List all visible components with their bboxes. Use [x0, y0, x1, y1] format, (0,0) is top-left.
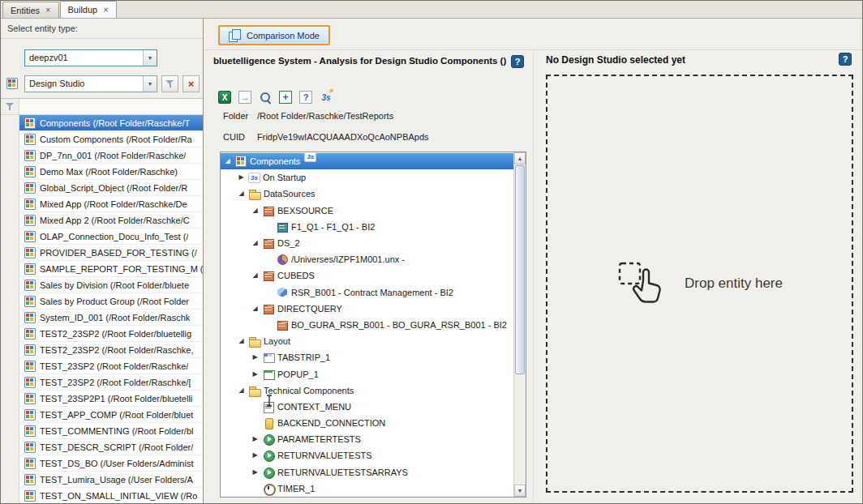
- chevron-down-icon[interactable]: ▼: [143, 50, 157, 66]
- zoom-icon: [259, 91, 272, 104]
- help-button-dropzone[interactable]: ?: [839, 53, 852, 66]
- entity-list-item[interactable]: Demo Max (/Root Folder/Raschke): [1, 164, 203, 180]
- tree-row[interactable]: CONTEXT_MENU: [221, 399, 513, 415]
- entity-label: TEST2_23SP2 (/Root Folder/bluetellig: [40, 329, 191, 339]
- expand-arrow-icon[interactable]: ◢: [251, 272, 260, 279]
- entity-cell: Global_Script_Object (/Root Folder/R: [19, 180, 203, 195]
- tree-label: RSR_B001 - Contract Management - BI2: [291, 288, 453, 297]
- entity-list-item[interactable]: TEST_DESCR_SCRIPT (/Root Folder/: [1, 439, 203, 455]
- expand-arrow-icon[interactable]: ◢: [237, 387, 246, 394]
- help-button-analysis[interactable]: ?: [511, 55, 524, 68]
- entity-list-item[interactable]: TEST2_23SP2 (/Root Folder/bluetellig: [1, 326, 203, 342]
- entity-list-item[interactable]: TEST_APP_COMP (/Root Folder/bluet: [1, 407, 203, 423]
- tree-row[interactable]: ◢ BEXSOURCE: [221, 203, 513, 219]
- export-excel-button[interactable]: X: [217, 89, 233, 105]
- expand-arrow-icon[interactable]: ◢: [237, 190, 246, 197]
- scroll-down-button[interactable]: ▼: [514, 485, 526, 497]
- tree-row[interactable]: RSR_B001 - Contract Management - BI2: [221, 284, 513, 301]
- entity-list-item[interactable]: Components (/Root Folder/Raschke/T: [1, 115, 203, 131]
- excel-new-button[interactable]: +: [277, 89, 294, 105]
- tree-row[interactable]: ▶ POPUP_1: [221, 365, 513, 382]
- collapse-arrow-icon[interactable]: ▶: [237, 174, 246, 181]
- entity-list-item[interactable]: SAMPLE_REPORT_FOR_TESTING_M (: [1, 261, 203, 277]
- tree-row[interactable]: F1_Q1 - F1_Q1 - BI2: [221, 219, 513, 235]
- comparison-mode-button[interactable]: Comparison Mode: [218, 25, 330, 45]
- tree-row[interactable]: BO_GURA_RSR_B001 - BO_GURA_RSR_B001 - BI…: [221, 317, 513, 333]
- entity-label: Global_Script_Object (/Root Folder/R: [40, 183, 187, 193]
- chevron-down-icon[interactable]: ▼: [143, 76, 157, 92]
- entity-list-item[interactable]: Mixed App (/Root Folder/Raschke/De: [1, 196, 203, 212]
- entity-list-item[interactable]: Mixed App 2 (/Root Folder/Raschke/C: [1, 212, 203, 229]
- collapse-arrow-icon[interactable]: ▶: [251, 452, 260, 459]
- collapse-arrow-icon[interactable]: ▶: [251, 469, 260, 476]
- entity-list-item[interactable]: TEST2_23SP2 (/Root Folder/Raschke,: [1, 342, 203, 358]
- system-combo[interactable]: deepzv01 ▼: [24, 49, 157, 66]
- expand-arrow-icon[interactable]: ◢: [223, 158, 232, 164]
- tree-row[interactable]: ▶ TABSTRIP_1: [221, 349, 513, 365]
- collapse-arrow-icon[interactable]: ▶: [251, 371, 260, 378]
- close-icon[interactable]: ×: [103, 6, 108, 15]
- entity-list-item[interactable]: Sales by Division (/Root Folder/bluete: [1, 277, 203, 293]
- entity-filter-row[interactable]: [1, 99, 203, 115]
- scroll-up-button[interactable]: ▲: [514, 152, 526, 164]
- entity-list-item[interactable]: System_ID_001 (/Root Folder/Raschk: [1, 310, 203, 326]
- entity-list-item[interactable]: Custom Components (/Root Folder/Ra: [1, 131, 203, 147]
- entity-type-combo[interactable]: Design Studio ▼: [24, 75, 157, 92]
- entity-list-item[interactable]: TEST_23SP2 (/Root Folder/Raschke/[: [1, 374, 203, 391]
- entity-drop-zone[interactable]: Drop entity here: [546, 75, 853, 493]
- tree-row[interactable]: ◢ Components 3s: [221, 153, 513, 169]
- tree-row[interactable]: ◢ DIRECTQUERY: [221, 301, 513, 317]
- close-icon[interactable]: ×: [45, 6, 50, 15]
- tree-row[interactable]: ◢ DS_2: [221, 235, 513, 251]
- tree-scrollbar[interactable]: ▲ ▼: [513, 152, 526, 497]
- entity-list-item[interactable]: OLAP_Connection_Docu_Info_Test (/: [1, 229, 203, 245]
- entity-list-item[interactable]: Global_Script_Object (/Root Folder/R: [1, 180, 203, 196]
- tree-row[interactable]: BACKEND_CONNECTION: [221, 415, 513, 431]
- tab-entities[interactable]: Entities ×: [2, 2, 59, 18]
- entity-label: Mixed App (/Root Folder/Raschke/De: [40, 199, 187, 209]
- entity-cell: TEST2_23SP2 (/Root Folder/Raschke,: [19, 342, 203, 357]
- entity-list-item[interactable]: TEST_23SP2P1 (/Root Folder/bluetelli: [1, 391, 203, 407]
- tree-row[interactable]: ◢ Layout: [221, 333, 513, 349]
- help-doc-button[interactable]: ?: [298, 89, 314, 105]
- tree-row[interactable]: ▶ RETURNVALUETESTSARRAYS: [221, 464, 513, 481]
- tree-row[interactable]: ◢ Technical Components: [221, 382, 513, 399]
- tree-row[interactable]: ▶ RETURNVALUETESTS: [221, 447, 513, 463]
- entity-icon: [24, 279, 36, 291]
- row-gutter: [1, 261, 19, 276]
- tree-label: RETURNVALUETESTS: [277, 451, 372, 460]
- entity-list-item[interactable]: Sales by Product Group (/Root Folder: [1, 293, 203, 310]
- collapse-arrow-icon[interactable]: ▶: [251, 354, 260, 361]
- scrollbar-thumb[interactable]: [515, 165, 525, 374]
- tab-buildup[interactable]: Buildup ×: [60, 1, 117, 18]
- entity-label: TEST_23SP2P1 (/Root Folder/bluetelli: [40, 394, 192, 404]
- entity-list-item[interactable]: DP_7nn_001 (/Root Folder/Raschke/: [1, 147, 203, 164]
- entity-list-item[interactable]: TEST_ON_SMALL_INITIAL_VIEW (/Ro: [1, 488, 203, 503]
- tree-row[interactable]: TIMER_1: [221, 481, 513, 497]
- tree-row[interactable]: ▶ PARAMETERTESTS: [221, 431, 513, 447]
- entity-list-item[interactable]: PROVIDER_BASED_FOR_TESTING (/: [1, 245, 203, 261]
- export-report-button[interactable]: →: [237, 89, 253, 105]
- entity-list-item[interactable]: TEST_COMMENTING (/Root Folder/bl: [1, 423, 203, 439]
- tree-label: DIRECTQUERY: [277, 304, 342, 314]
- tree-row[interactable]: /Universes/IZPF1M001.unx -: [221, 251, 513, 267]
- threes-export-button[interactable]: 3s: [318, 89, 334, 105]
- entity-list-item[interactable]: TEST_Lumira_Usage (/User Folders/A: [1, 472, 203, 488]
- expand-arrow-icon[interactable]: ◢: [251, 207, 260, 214]
- expand-arrow-icon[interactable]: ◢: [237, 338, 246, 344]
- entity-list-item[interactable]: TEST_DS_BO (/User Folders/Administ: [1, 455, 203, 472]
- tree-row[interactable]: ◢ DataSources: [221, 186, 513, 202]
- expand-arrow-icon[interactable]: ◢: [251, 240, 260, 246]
- tree-row[interactable]: ◢ CUBEDS: [221, 267, 513, 284]
- expand-arrow-icon[interactable]: ◢: [251, 305, 260, 312]
- clear-filter-button[interactable]: ×: [182, 75, 200, 92]
- cuid-value: FridpVe19wIACQUAAADXoQcAoNPBApds: [257, 132, 429, 142]
- query-icon: [276, 220, 289, 233]
- entity-list-item[interactable]: TEST_23SP2 (/Root Folder/Raschke/: [1, 358, 203, 374]
- entity-label: OLAP_Connection_Docu_Info_Test (/: [40, 232, 188, 241]
- filter-edit-button[interactable]: [161, 75, 178, 92]
- collapse-arrow-icon[interactable]: ▶: [251, 436, 260, 442]
- tree-row[interactable]: ▶ 3s On Startup: [221, 169, 513, 186]
- row-gutter: [1, 455, 19, 471]
- zoom-button[interactable]: [257, 89, 273, 105]
